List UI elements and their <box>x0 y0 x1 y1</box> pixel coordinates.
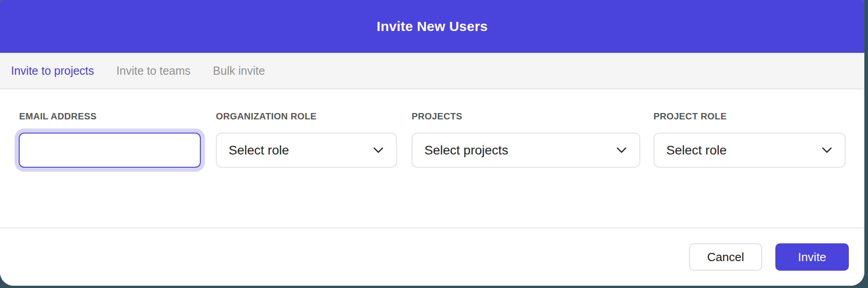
dialog-footer: Cancel Invite <box>0 227 864 286</box>
dialog-header: Invite New Users <box>0 0 864 53</box>
organization-role-select[interactable]: Select role <box>216 133 397 168</box>
chevron-down-icon <box>617 147 627 153</box>
tab-bulk-invite[interactable]: Bulk invite <box>213 64 265 77</box>
projects-value: Select projects <box>424 143 508 158</box>
invite-new-users-dialog: Invite New Users Invite to projects Invi… <box>0 0 864 286</box>
projects-label: PROJECTS <box>412 111 462 122</box>
tab-list: Invite to projects Invite to teams Bulk … <box>11 53 265 88</box>
email-input[interactable] <box>19 133 201 168</box>
projects-select[interactable]: Select projects <box>412 133 640 168</box>
tab-bar: Invite to projects Invite to teams Bulk … <box>0 53 864 89</box>
organization-role-value: Select role <box>229 143 289 158</box>
invite-button[interactable]: Invite <box>775 243 849 271</box>
tab-invite-to-projects[interactable]: Invite to projects <box>11 64 94 77</box>
cancel-button[interactable]: Cancel <box>689 243 762 271</box>
chevron-down-icon <box>373 147 383 153</box>
project-role-value: Select role <box>666 143 727 158</box>
project-role-label: PROJECT ROLE <box>654 111 727 122</box>
organization-role-label: ORGANIZATION ROLE <box>216 111 317 122</box>
chevron-down-icon <box>822 147 832 153</box>
email-field-wrapper <box>19 133 201 168</box>
tab-invite-to-teams[interactable]: Invite to teams <box>116 64 191 77</box>
project-role-select[interactable]: Select role <box>654 133 846 168</box>
invite-form: EMAIL ADDRESS ORGANIZATION ROLE PROJECTS… <box>0 90 864 227</box>
dialog-title: Invite New Users <box>376 19 487 34</box>
email-address-label: EMAIL ADDRESS <box>19 111 97 122</box>
